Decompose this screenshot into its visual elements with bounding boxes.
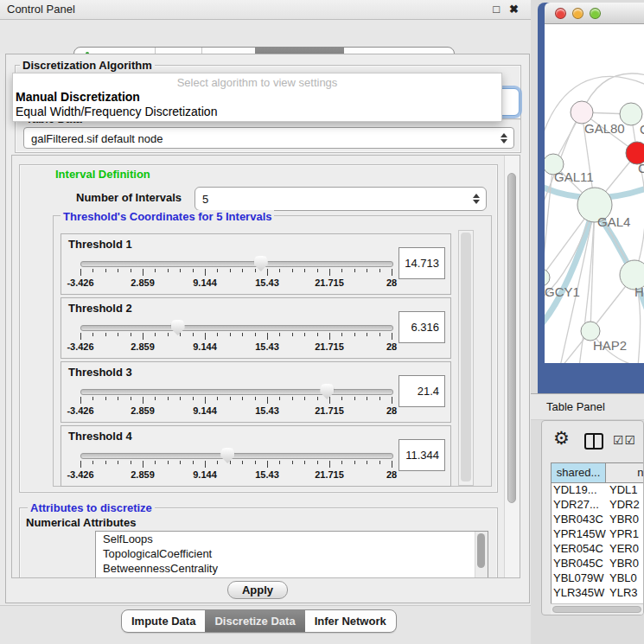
tick-mark [354,397,355,400]
tick-mark [143,269,143,276]
tick-mark [304,333,305,336]
algorithm-option-manual[interactable]: Manual Discretization [16,90,140,104]
bottom-tab-impute-data[interactable]: Impute Data [122,610,205,632]
tick-mark [105,269,106,272]
network-canvas[interactable]: GAL80GCGAL11GAL4GCY1HHAP2 [545,24,644,363]
tick-mark [255,461,256,464]
algorithm-option-equal-width[interactable]: Equal Width/Frequency Discretization [16,105,217,118]
cell-name[interactable]: YLR3 [606,586,644,601]
threshold-list-scrollbar[interactable] [458,230,474,486]
threshold-slider-track[interactable] [80,389,393,395]
settings-scrollpane: Interval Definition Number of Intervals … [11,155,520,578]
tick-mark [292,269,293,272]
tick-label: 28 [386,405,397,416]
tick-mark [105,397,106,400]
tick-mark [217,333,218,336]
scrollbar-thumb[interactable] [552,606,641,613]
cell-shared-name[interactable]: YER054C [552,542,606,557]
threshold-value-field[interactable]: 14.713 [399,247,445,279]
tick-mark [354,269,355,272]
checkbox-filter-icon[interactable]: ☑☑ [613,433,636,447]
tick-mark [80,269,81,276]
tick-mark [242,333,243,336]
threshold-panel-3: Threshold 3-3.4262.8599.14415.4321.71528… [61,361,451,423]
threshold-slider-track[interactable] [80,325,393,331]
threshold-slider-track[interactable] [80,453,393,459]
tick-mark [329,461,330,468]
tick-mark [242,269,243,272]
attribute-list-item[interactable]: SelfLoops [96,532,488,546]
scrollbar-thumb[interactable] [461,233,471,481]
cell-shared-name[interactable]: YLR345W [552,586,606,601]
network-node-gcy1[interactable] [545,269,550,286]
gear-icon[interactable]: ⚙ [553,428,570,449]
tick-label: -3.426 [67,405,93,416]
cell-name[interactable]: YPR1 [606,527,644,542]
columns-icon[interactable] [584,433,603,450]
attribute-list-item[interactable]: TopologicalCoefficient [96,546,488,561]
scrollbar-thumb[interactable] [477,533,485,568]
table-horizontal-scrollbar[interactable] [551,603,644,615]
cell-name[interactable]: YDL1 [606,483,644,498]
mac-minimize-button[interactable] [572,8,583,19]
network-edge-thick[interactable] [545,209,593,328]
threshold-value-field[interactable]: 21.4 [399,375,445,407]
numerical-attributes-list[interactable]: SelfLoopsTopologicalCoefficientBetweenne… [95,531,488,578]
tick-mark [304,269,305,272]
tick-label: 2.859 [131,405,155,416]
tick-mark [267,461,268,468]
control-panel-title: Control Panel [7,3,75,16]
cell-shared-name[interactable]: YBR043C [552,513,606,527]
tick-mark [118,461,118,464]
cell-shared-name[interactable]: YDL19... [552,483,606,498]
tick-mark [329,333,330,340]
apply-button[interactable]: Apply [227,581,288,599]
table-row[interactable]: YPR145WYPR1 [552,527,644,542]
table-data-combobox[interactable]: galFiltered.sif default node [23,127,514,149]
threshold-slider-track[interactable] [80,261,393,267]
mac-close-button[interactable] [555,8,566,19]
cell-shared-name[interactable]: YBR045C [552,557,606,571]
cell-shared-name[interactable]: YDR27... [552,498,606,513]
threshold-coordinates-group: Threshold's Coordinates for 5 Intervals … [53,215,492,487]
cell-name[interactable]: YDR2 [606,498,644,513]
scrollbar-thumb[interactable] [507,173,516,503]
float-window-button[interactable]: □ [493,3,500,16]
tick-mark [143,333,143,340]
cell-shared-name[interactable]: YPR145W [552,527,606,542]
top-tab-bar: NetworkStyleSelectCyni ToolboxjActiveMNo… [0,20,531,54]
number-of-intervals-combobox[interactable]: 5 [194,187,487,211]
cell-name[interactable]: YBL0 [606,571,644,586]
settings-vertical-scrollbar[interactable] [504,156,520,577]
cell-name[interactable]: YER0 [606,542,644,557]
table-row[interactable]: YER054CYER0 [552,542,644,557]
node-label-gal80: GAL80 [584,121,625,136]
tick-mark [279,397,280,400]
tick-label: 15.43 [255,341,279,352]
interval-definition-group-title: Interval Definition [53,168,153,181]
table-row[interactable]: YDL19...YDL1 [552,483,644,498]
cell-shared-name[interactable]: YBL079W [552,571,606,586]
table-row[interactable]: YDR27...YDR2 [552,498,644,513]
tick-mark [341,461,342,464]
bottom-tab-discretize-data[interactable]: Discretize Data [205,610,304,632]
threshold-value-field[interactable]: 11.344 [399,439,445,471]
tick-mark [255,333,256,336]
tick-mark [304,397,305,400]
mac-zoom-button[interactable] [590,8,601,19]
threshold-value-field[interactable]: 6.316 [399,311,445,343]
bottom-tab-infer-network[interactable]: Infer Network [305,610,396,632]
tick-label: 9.144 [193,341,217,352]
tick-label: 15.43 [255,277,279,288]
table-row[interactable]: YLR345WYLR3 [552,586,644,601]
cell-name[interactable]: YBR0 [606,557,644,571]
table-row[interactable]: YBL079WYBL0 [552,571,644,586]
attribute-list-item[interactable]: BetweennessCentrality [96,561,488,576]
attributes-list-scrollbar[interactable] [475,532,488,578]
table-row[interactable]: YBR043CYBR0 [552,513,644,527]
table-row[interactable]: YBR045CYBR0 [552,557,644,571]
close-window-button[interactable]: ✖ [509,3,519,16]
cell-name[interactable]: YBR0 [606,513,644,527]
column-header-name[interactable]: na [606,463,644,483]
column-header-shared-name[interactable]: shared... [552,463,606,483]
